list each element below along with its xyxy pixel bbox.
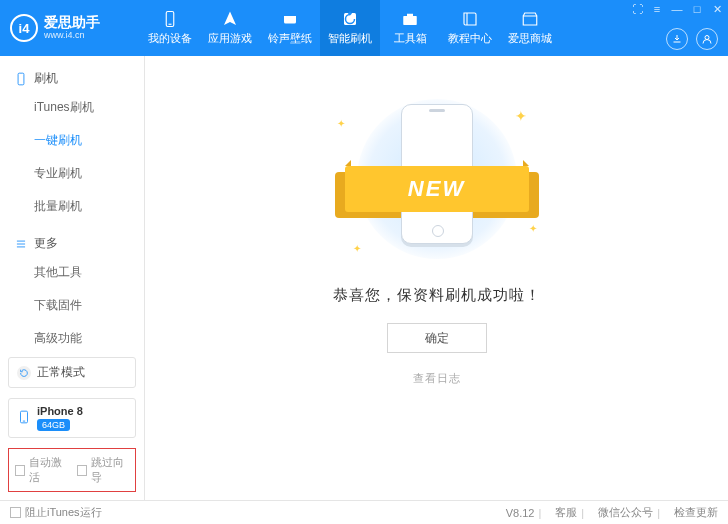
tshirt-icon[interactable]: ⛶ xyxy=(630,2,644,16)
logo-icon: i4 xyxy=(10,14,38,42)
menu-icon[interactable]: ≡ xyxy=(650,2,664,16)
nav-toolbox[interactable]: 工具箱 xyxy=(380,0,440,56)
phone-icon xyxy=(14,72,28,86)
app-url: www.i4.cn xyxy=(44,31,100,41)
footer: 阻止iTunes运行 V8.12 | 客服 | 微信公众号 | 检查更新 xyxy=(0,500,728,524)
auto-activate-checkbox[interactable]: 自动激活 xyxy=(15,455,67,485)
svg-rect-5 xyxy=(403,16,417,25)
sidebar-section-more[interactable]: 更多 xyxy=(0,231,144,256)
apps-icon xyxy=(221,10,239,28)
version-label: V8.12 xyxy=(506,507,535,519)
nav-label: 我的设备 xyxy=(148,31,192,46)
app-name: 爱思助手 xyxy=(44,15,100,30)
download-button[interactable] xyxy=(666,28,688,50)
sidebar: 刷机 iTunes刷机 一键刷机 专业刷机 批量刷机 更多 其他工具 下载固件 … xyxy=(0,56,145,500)
success-message: 恭喜您，保资料刷机成功啦！ xyxy=(333,286,541,305)
options-row: 自动激活 跳过向导 xyxy=(8,448,136,492)
flash-icon xyxy=(341,10,359,28)
maximize-icon[interactable]: □ xyxy=(690,2,704,16)
svg-rect-9 xyxy=(18,73,24,85)
list-icon xyxy=(14,237,28,251)
nav-flash[interactable]: 智能刷机 xyxy=(320,0,380,56)
nav-label: 智能刷机 xyxy=(328,31,372,46)
mode-label: 正常模式 xyxy=(37,364,85,381)
sidebar-section-label: 更多 xyxy=(34,235,58,252)
svg-rect-6 xyxy=(407,14,413,16)
header-right-buttons xyxy=(666,28,718,50)
sidebar-item-itunes-flash[interactable]: iTunes刷机 xyxy=(0,91,144,124)
app-logo: i4 爱思助手 www.i4.cn xyxy=(10,14,140,42)
sidebar-item-oneclick-flash[interactable]: 一键刷机 xyxy=(0,124,144,157)
nav-label: 铃声壁纸 xyxy=(268,31,312,46)
nav-label: 爱思商城 xyxy=(508,31,552,46)
ok-button[interactable]: 确定 xyxy=(387,323,487,353)
device-name: iPhone 8 xyxy=(37,405,83,417)
shop-icon xyxy=(521,10,539,28)
success-illustration: ✦ ✦ ✦ ✦ NEW xyxy=(327,94,547,264)
sidebar-section-label: 刷机 xyxy=(34,70,58,87)
main-content: ✦ ✦ ✦ ✦ NEW 恭喜您，保资料刷机成功啦！ 确定 查看日志 xyxy=(145,56,728,500)
skip-guide-checkbox[interactable]: 跳过向导 xyxy=(77,455,129,485)
block-itunes-checkbox[interactable]: 阻止iTunes运行 xyxy=(10,505,102,520)
nav-my-device[interactable]: 我的设备 xyxy=(140,0,200,56)
sidebar-item-advanced[interactable]: 高级功能 xyxy=(0,322,144,355)
wechat-link[interactable]: 微信公众号 xyxy=(598,505,653,520)
view-log-link[interactable]: 查看日志 xyxy=(413,371,461,386)
sidebar-item-pro-flash[interactable]: 专业刷机 xyxy=(0,157,144,190)
nav-shop[interactable]: 爱思商城 xyxy=(500,0,560,56)
window-controls: ⛶ ≡ — □ ✕ xyxy=(630,2,724,16)
device-icon xyxy=(161,10,179,28)
sidebar-item-other-tools[interactable]: 其他工具 xyxy=(0,256,144,289)
support-link[interactable]: 客服 xyxy=(555,505,577,520)
storage-badge: 64GB xyxy=(37,419,70,431)
nav-label: 教程中心 xyxy=(448,31,492,46)
close-icon[interactable]: ✕ xyxy=(710,2,724,16)
app-header: i4 爱思助手 www.i4.cn 我的设备 应用游戏 铃声壁纸 智能刷机 工具… xyxy=(0,0,728,56)
nav-apps[interactable]: 应用游戏 xyxy=(200,0,260,56)
book-icon xyxy=(461,10,479,28)
svg-rect-3 xyxy=(284,13,296,16)
nav-label: 应用游戏 xyxy=(208,31,252,46)
nav-label: 工具箱 xyxy=(394,31,427,46)
minimize-icon[interactable]: — xyxy=(670,2,684,16)
mode-box[interactable]: 正常模式 xyxy=(8,357,136,388)
sidebar-section-flash[interactable]: 刷机 xyxy=(0,66,144,91)
device-box[interactable]: iPhone 8 64GB xyxy=(8,398,136,438)
sidebar-item-download-fw[interactable]: 下载固件 xyxy=(0,289,144,322)
toolbox-icon xyxy=(401,10,419,28)
svg-point-8 xyxy=(705,36,709,40)
ribbon-label: NEW xyxy=(345,166,529,212)
refresh-icon xyxy=(17,366,31,380)
user-button[interactable] xyxy=(696,28,718,50)
music-icon xyxy=(281,10,299,28)
nav-tutorial[interactable]: 教程中心 xyxy=(440,0,500,56)
sidebar-item-batch-flash[interactable]: 批量刷机 xyxy=(0,190,144,223)
nav-ringtone[interactable]: 铃声壁纸 xyxy=(260,0,320,56)
top-nav: 我的设备 应用游戏 铃声壁纸 智能刷机 工具箱 教程中心 爱思商城 xyxy=(140,0,560,56)
phone-icon xyxy=(17,408,31,429)
check-update-link[interactable]: 检查更新 xyxy=(674,505,718,520)
